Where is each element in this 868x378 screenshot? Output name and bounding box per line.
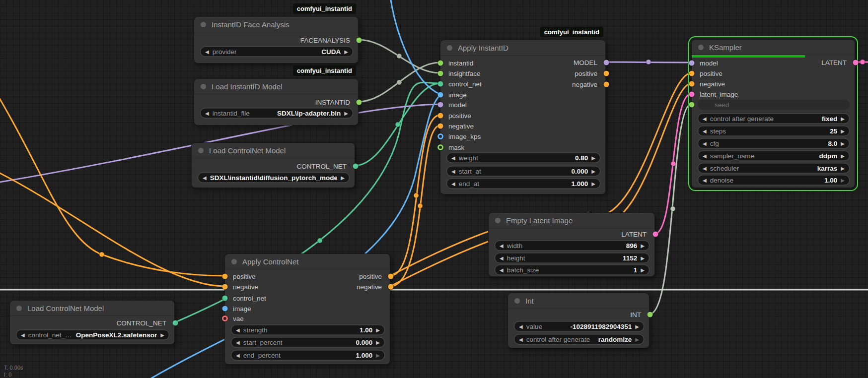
node-title-bar[interactable]: Load ControlNet Model — [192, 143, 355, 158]
mask-input-slot[interactable] — [437, 144, 443, 150]
widget-decrement-icon[interactable]: ◀ — [451, 181, 455, 187]
node-title-bar[interactable]: Empty Latent Image — [489, 213, 654, 228]
model-input-slot[interactable] — [438, 102, 443, 108]
widget-control-after-generate[interactable]: ◀control after generaterandomize▶ — [514, 334, 644, 345]
widget-decrement-icon[interactable]: ◀ — [236, 327, 240, 333]
widget-increment-icon[interactable]: ▶ — [376, 340, 380, 345]
widget-decrement-icon[interactable]: ◀ — [203, 175, 207, 181]
node-title-bar[interactable]: Apply InstantID — [440, 40, 605, 56]
image-input-slot[interactable] — [438, 92, 443, 98]
widget-weight[interactable]: ◀weight0.80▶ — [446, 153, 600, 163]
node-apply-instantid[interactable]: comfyui_instantidApply InstantIDinstanti… — [440, 40, 606, 194]
widget-decrement-icon[interactable]: ◀ — [703, 178, 707, 183]
LATENT-output-slot[interactable] — [653, 232, 658, 237]
widget-increment-icon[interactable]: ▶ — [376, 327, 380, 333]
widget-decrement-icon[interactable]: ◀ — [519, 337, 523, 342]
collapse-dot-icon[interactable] — [16, 306, 22, 311]
node-load-controlnet-model-bottom[interactable]: Load ControlNet ModelCONTROL_NET◀control… — [9, 300, 175, 345]
node-load-instantid-model[interactable]: comfyui_instantidLoad InstantID ModelINS… — [194, 78, 359, 126]
MODEL-output-slot[interactable] — [604, 60, 609, 65]
widget-decrement-icon[interactable]: ◀ — [703, 141, 707, 146]
widget-cfg[interactable]: ◀cfg8.0▶ — [698, 138, 850, 149]
widget-increment-icon[interactable]: ▶ — [376, 353, 380, 358]
control_net-input-slot[interactable] — [222, 296, 228, 301]
widget-increment-icon[interactable]: ▶ — [160, 332, 164, 338]
widget-width[interactable]: ◀width896▶ — [495, 241, 650, 251]
widget-increment-icon[interactable]: ▶ — [341, 175, 345, 181]
widget-increment-icon[interactable]: ▶ — [841, 141, 845, 146]
widget-increment-icon[interactable]: ▶ — [641, 267, 645, 273]
widget-strength[interactable]: ◀strength1.00▶ — [231, 325, 385, 335]
FACEANALYSIS-output-slot[interactable] — [357, 38, 362, 43]
widget-increment-icon[interactable]: ▶ — [591, 181, 595, 187]
negative-input-slot[interactable] — [222, 284, 228, 290]
widget-control-after-generate[interactable]: ◀control after generatefixed▶ — [698, 114, 850, 124]
insightface-input-slot[interactable] — [438, 71, 443, 76]
widget-batch-size[interactable]: ◀batch_size1▶ — [495, 265, 650, 275]
node-ksampler[interactable]: KSamplermodelpositivenegativelatent_imag… — [691, 39, 855, 188]
LATENT-output-slot[interactable] — [853, 60, 859, 65]
widget-increment-icon[interactable]: ▶ — [344, 111, 348, 116]
widget-increment-icon[interactable]: ▶ — [841, 166, 845, 171]
positive-input-slot[interactable] — [222, 274, 228, 279]
widget-increment-icon[interactable]: ▶ — [591, 169, 595, 174]
widget-increment-icon[interactable]: ▶ — [635, 324, 639, 329]
node-title-bar[interactable]: KSampler — [692, 40, 855, 55]
node-title-bar[interactable]: Int — [508, 293, 649, 309]
widget-instantid-file[interactable]: ◀instantid_fileSDXL\ip-adapter.bin▶ — [200, 108, 353, 119]
image-input-slot[interactable] — [222, 306, 228, 312]
node-int[interactable]: IntINT◀value-1028911982904351▶◀control a… — [507, 293, 650, 348]
positive-input-slot[interactable] — [438, 113, 443, 119]
image_kps-input-slot[interactable] — [437, 133, 443, 139]
node-title-bar[interactable]: InstantID Face Analysis — [194, 17, 358, 32]
widget-decrement-icon[interactable]: ◀ — [236, 353, 240, 358]
widget-value[interactable]: ◀value-1028911982904351▶ — [514, 321, 644, 332]
positive-output-slot[interactable] — [604, 71, 609, 76]
widget-provider[interactable]: ◀providerCUDA▶ — [200, 47, 353, 57]
negative-input-slot[interactable] — [438, 124, 443, 129]
widget-decrement-icon[interactable]: ◀ — [236, 340, 240, 345]
collapse-dot-icon[interactable] — [447, 45, 452, 51]
widget-decrement-icon[interactable]: ◀ — [205, 49, 209, 55]
collapse-dot-icon[interactable] — [201, 84, 206, 89]
node-title-bar[interactable]: Load InstantID Model — [194, 79, 358, 94]
widget-decrement-icon[interactable]: ◀ — [703, 166, 707, 171]
negative-input-slot[interactable] — [689, 81, 695, 87]
widget-increment-icon[interactable]: ▶ — [841, 178, 845, 183]
CONTROL_NET-output-slot[interactable] — [173, 320, 178, 326]
widget-end-at[interactable]: ◀end_at1.000▶ — [446, 179, 600, 189]
negative-output-slot[interactable] — [388, 284, 394, 290]
widget-increment-icon[interactable]: ▶ — [641, 255, 645, 261]
control_net-input-slot[interactable] — [438, 81, 443, 87]
CONTROL_NET-output-slot[interactable] — [353, 164, 359, 169]
widget-decrement-icon[interactable]: ◀ — [703, 153, 707, 159]
vae-input-slot[interactable] — [222, 315, 228, 321]
widget-decrement-icon[interactable]: ◀ — [519, 324, 523, 329]
widget-decrement-icon[interactable]: ◀ — [500, 255, 504, 261]
widget-sampler-name[interactable]: ◀sampler_nameddpm▶ — [698, 151, 850, 161]
widget-decrement-icon[interactable]: ◀ — [703, 116, 707, 122]
widget-increment-icon[interactable]: ▶ — [591, 155, 595, 161]
widget-combo[interactable]: ◀SDXL\instantid\diffusion_pytorch_model.… — [198, 173, 350, 183]
widget-seed[interactable]: seed — [698, 100, 850, 110]
node-empty-latent-image[interactable]: Empty Latent ImageLATENT◀width896▶◀heigh… — [488, 212, 655, 277]
widget-height[interactable]: ◀height1152▶ — [495, 253, 650, 263]
seed-input-slot[interactable] — [689, 102, 695, 108]
model-input-slot[interactable] — [689, 61, 695, 66]
collapse-dot-icon[interactable] — [231, 259, 237, 264]
widget-increment-icon[interactable]: ▶ — [841, 128, 845, 134]
widget-steps[interactable]: ◀steps25▶ — [698, 126, 850, 136]
node-graph-canvas[interactable]: comfyui_instantidInstantID Face Analysis… — [0, 0, 868, 378]
collapse-dot-icon[interactable] — [514, 298, 520, 304]
widget-end-percent[interactable]: ◀end_percent1.000▶ — [231, 350, 385, 361]
widget-increment-icon[interactable]: ▶ — [841, 116, 845, 122]
instantid-input-slot[interactable] — [438, 61, 443, 66]
node-title-bar[interactable]: Load ControlNet Model — [10, 301, 174, 316]
INT-output-slot[interactable] — [648, 312, 653, 317]
collapse-dot-icon[interactable] — [198, 148, 204, 153]
widget-control-net-n-[interactable]: ◀control_net_n...OpenPoseXL2.safetensors… — [16, 330, 169, 340]
node-apply-controlnet[interactable]: Apply ControlNetpositivenegativecontrol_… — [224, 253, 390, 365]
widget-decrement-icon[interactable]: ◀ — [500, 267, 504, 273]
collapse-dot-icon[interactable] — [698, 45, 704, 50]
negative-output-slot[interactable] — [604, 82, 609, 87]
